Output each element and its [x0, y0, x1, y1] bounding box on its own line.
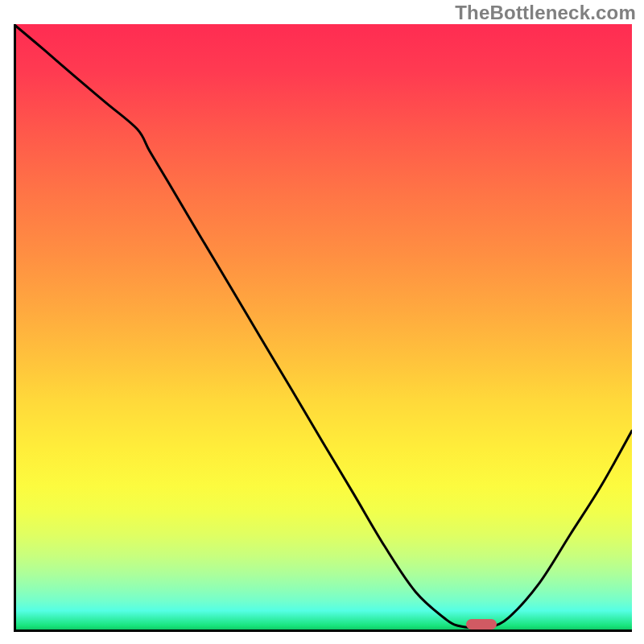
plot-area [14, 24, 632, 632]
optimal-marker [466, 619, 497, 630]
gradient-background [14, 24, 632, 632]
chart-container: TheBottleneck.com [0, 0, 644, 644]
watermark-text: TheBottleneck.com [455, 2, 636, 24]
